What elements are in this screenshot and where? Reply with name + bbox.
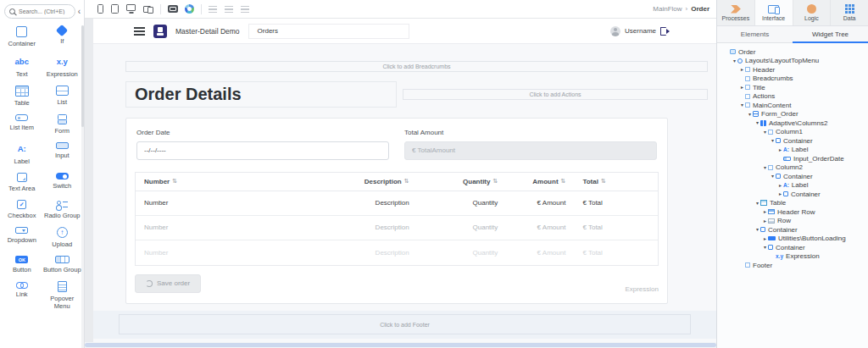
tree-item[interactable]: ▾ Container: [721, 172, 868, 181]
tree-item[interactable]: ▸ Title: [721, 83, 868, 92]
tree-expand-arrow-icon[interactable]: ▾: [754, 201, 760, 206]
search-input[interactable]: [19, 8, 70, 14]
tree-item[interactable]: Order: [721, 47, 868, 57]
tree-item[interactable]: ▸ Header: [721, 65, 868, 75]
tree-item[interactable]: Actions: [721, 92, 868, 102]
table-cell[interactable]: Number: [136, 224, 308, 231]
table-cell[interactable]: Quantity: [418, 249, 507, 257]
tree-item[interactable]: ▸ Container: [721, 190, 868, 199]
toolbox-widget[interactable]: List: [42, 86, 83, 107]
breadcrumbs-placeholder[interactable]: Click to add Breadcrumbs: [125, 61, 708, 72]
total-amount-input[interactable]: [404, 141, 657, 160]
theme-icon[interactable]: [185, 4, 194, 14]
tree-expand-arrow-icon[interactable]: ▸: [739, 67, 745, 72]
tree-expand-arrow-icon[interactable]: ▾: [770, 138, 776, 143]
panel-tab[interactable]: Processes: [717, 0, 755, 25]
tree-item[interactable]: ▾ Table: [721, 199, 868, 208]
toolbox-widget[interactable]: ✓ Checkbox: [2, 200, 42, 219]
tree-expand-arrow-icon[interactable]: ▾: [739, 102, 745, 108]
order-date-input[interactable]: [136, 141, 389, 160]
breadcrumb-screen[interactable]: Order: [691, 5, 709, 13]
tree-item[interactable]: ▸ A: Label: [721, 181, 868, 191]
tree-item[interactable]: ▾ Adaptive\Columns2: [721, 119, 868, 128]
table-cell[interactable]: € Total: [574, 224, 610, 231]
toolbox-widget[interactable]: x.y Expression: [42, 55, 83, 78]
table-cell[interactable]: € Amount: [506, 199, 574, 207]
toolbox-widget[interactable]: List Item: [2, 114, 42, 135]
tree-item[interactable]: ▾ Column2: [721, 163, 868, 173]
tree-expand-arrow-icon[interactable]: ▸: [777, 183, 783, 188]
tree-item[interactable]: Input_OrderDate: [721, 154, 868, 163]
panel-tab[interactable]: Logic: [793, 0, 832, 25]
tree-expand-arrow-icon[interactable]: ▸: [777, 147, 783, 152]
tree-item[interactable]: ▾ Column1: [721, 128, 868, 137]
tree-expand-arrow-icon[interactable]: ▾: [732, 58, 737, 64]
tree-item[interactable]: ▸ Utilities\ButtonLoading: [721, 235, 868, 244]
table-cell[interactable]: Quantity: [418, 199, 507, 207]
toolbox-widget[interactable]: Dropdown: [2, 227, 42, 248]
tree-expand-arrow-icon[interactable]: ▾: [754, 227, 760, 232]
page-title[interactable]: Order Details: [135, 85, 387, 104]
sort-icon[interactable]: ⇅: [172, 178, 177, 185]
align-right-icon[interactable]: [241, 6, 249, 13]
horizontal-scrollbar[interactable]: [85, 342, 716, 348]
tree-expand-arrow-icon[interactable]: ▾: [762, 130, 768, 135]
tree-item[interactable]: Breadcrumbs: [721, 75, 868, 84]
breadcrumb-flow-link[interactable]: MainFlow: [653, 5, 682, 13]
toolbox-widget[interactable]: Input: [42, 142, 83, 165]
tree-expand-arrow-icon[interactable]: ▸: [762, 209, 768, 214]
tree-item[interactable]: ▾ MainContent: [721, 101, 868, 110]
expression-widget[interactable]: Expression: [625, 285, 659, 293]
toolbox-widget[interactable]: ↑ Upload: [42, 227, 83, 248]
logout-icon[interactable]: [660, 27, 670, 36]
table-header-cell[interactable]: Description ⇅: [308, 178, 417, 185]
tree-expand-arrow-icon[interactable]: ▾: [754, 120, 760, 125]
menu-item-orders[interactable]: Orders: [258, 27, 278, 35]
panel-tab[interactable]: Interface: [755, 0, 793, 25]
save-order-button[interactable]: Save order: [135, 274, 201, 293]
toolbox-scrollbar[interactable]: [81, 25, 84, 348]
tree-expand-arrow-icon[interactable]: ▸: [739, 85, 745, 90]
tree-item[interactable]: ▸ Header Row: [721, 207, 868, 217]
align-center-icon[interactable]: [225, 6, 233, 13]
table-cell[interactable]: Number: [136, 249, 308, 257]
toolbox-widget[interactable]: Button Group: [42, 256, 83, 273]
table-cell[interactable]: Description: [308, 199, 417, 207]
hamburger-menu-icon[interactable]: [134, 27, 145, 36]
tree-item[interactable]: ▸ A: Label: [721, 146, 868, 155]
side-by-side-icon[interactable]: [143, 6, 151, 13]
toolbox-widget[interactable]: A: Label: [2, 142, 42, 165]
footer-placeholder[interactable]: Click to add Footer: [119, 314, 691, 334]
toolbox-widget[interactable]: If: [42, 26, 83, 47]
table-cell[interactable]: Number: [136, 199, 308, 207]
toolbox-widget[interactable]: Table: [2, 86, 42, 107]
table-cell[interactable]: € Total: [574, 249, 610, 257]
table-header-cell[interactable]: Amount ⇅: [506, 178, 574, 185]
table-cell[interactable]: Quantity: [418, 224, 507, 231]
tree-expand-arrow-icon[interactable]: ▾: [747, 112, 753, 117]
sort-icon[interactable]: ⇅: [492, 178, 498, 185]
css-editor-icon[interactable]: [168, 5, 178, 13]
desktop-icon[interactable]: [126, 4, 136, 11]
toolbox-widget[interactable]: Link: [2, 281, 42, 310]
table-header-cell[interactable]: Total ⇅: [574, 178, 614, 185]
tree-item[interactable]: ▾ Container: [721, 225, 868, 235]
tree-item[interactable]: Footer: [721, 261, 868, 270]
toolbox-widget[interactable]: Container: [2, 26, 42, 47]
toolbox-widget[interactable]: abc Text: [2, 55, 42, 78]
toolbox-widget[interactable]: Form: [42, 114, 83, 135]
toolbox-widget[interactable]: Switch: [42, 173, 83, 192]
tree-item[interactable]: ▸ Row: [721, 217, 868, 226]
title-widget[interactable]: Order Details: [125, 81, 397, 108]
tree-item[interactable]: x.y Expression: [721, 252, 868, 262]
panel-tab[interactable]: Data: [831, 0, 868, 25]
toolbox-widget[interactable]: Radio Group: [42, 200, 83, 219]
search-box[interactable]: [4, 4, 75, 19]
tree-expand-arrow-icon[interactable]: ▸: [762, 236, 768, 241]
tree-item[interactable]: ▾ Form_Order: [721, 110, 868, 119]
table-header-cell[interactable]: Quantity ⇅: [418, 178, 507, 185]
sort-icon[interactable]: ⇅: [601, 178, 606, 185]
toolbox-widget[interactable]: Text Area: [2, 173, 42, 192]
tree-item[interactable]: ▾ Container: [721, 136, 868, 146]
collapse-sidebar-chevron-icon[interactable]: ‹: [78, 7, 81, 16]
